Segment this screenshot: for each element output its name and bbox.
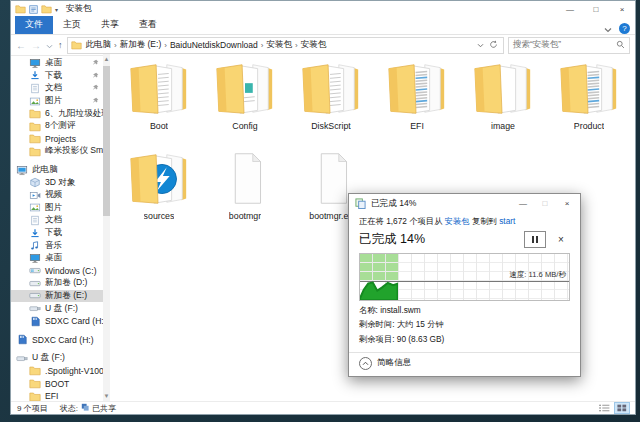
dialog-minimize-button[interactable]: — (512, 194, 534, 213)
breadcrumb-item[interactable]: BaiduNetdiskDownload (169, 40, 259, 50)
refresh-icon[interactable] (489, 40, 498, 51)
icons-view-icon[interactable] (615, 403, 629, 413)
cancel-copy-icon[interactable]: × (552, 234, 570, 245)
expand-ribbon-icon[interactable] (604, 19, 612, 37)
ribbon-tab-共享[interactable]: 共享 (91, 16, 129, 34)
sidebar-item-图片[interactable]: 图片 (11, 202, 110, 215)
copy-prefix: 正在将 1,672 个项目从 (359, 216, 445, 226)
sidebar-item-音乐[interactable]: 音乐 (11, 239, 110, 252)
close-button[interactable]: × (609, 1, 635, 17)
scroll-down-icon[interactable]: ▼ (103, 391, 110, 401)
scrollbar-thumb[interactable] (103, 66, 110, 216)
quick-access-toolbar: ▾ 安装包 (11, 3, 92, 15)
sidebar-item-3D 对象[interactable]: 3D 对象 (11, 176, 110, 189)
copy-middle: 复制到 (470, 216, 500, 226)
qat-properties-icon[interactable] (29, 5, 38, 14)
file-item-image[interactable]: image (460, 60, 546, 150)
breadcrumb-item[interactable]: 安装包 (300, 39, 328, 51)
sidebar-item-SDXC Card (H:)[interactable]: SDXC Card (H:) (11, 315, 110, 328)
address-dropdown-icon[interactable] (477, 40, 484, 50)
music-icon (29, 240, 41, 251)
sidebar-item-EFI[interactable]: EFI (11, 390, 110, 401)
sidebar-item-视频[interactable]: 视频 (11, 189, 110, 202)
sidebar-item-图片[interactable]: 图片 (11, 95, 110, 108)
search-input[interactable]: 搜索“安装包” (508, 37, 630, 54)
recent-locations-icon[interactable] (46, 40, 53, 51)
details-view-icon[interactable] (597, 403, 611, 413)
file-item-Config[interactable]: Config (202, 60, 288, 150)
sidebar-scrollbar[interactable]: ▲ ▼ (103, 54, 110, 401)
sidebar-item-Projects[interactable]: Projects (11, 133, 110, 146)
document-icon (29, 83, 41, 94)
sidebar-item-label: 文档 (45, 82, 62, 94)
desktop-background: ▾ 安装包 — □ × 文件主页共享查看 ? ← → ↑ (0, 0, 640, 422)
sidebar-item-U 盘 (F:)[interactable]: U 盘 (F:) (11, 302, 110, 315)
file-item-sources[interactable]: sources (116, 150, 202, 240)
explorer-app-icon[interactable] (15, 4, 26, 14)
folder-icon (29, 108, 41, 119)
qat-new-folder-icon[interactable] (41, 4, 52, 14)
breadcrumb-item[interactable]: 此电脑 (85, 39, 113, 51)
usb-icon (16, 353, 28, 364)
sidebar-item-8个测评[interactable]: 8个测评 (11, 120, 110, 133)
sidebar-item-.Spotlight-V100[interactable]: .Spotlight-V100 (11, 365, 110, 378)
download-icon (29, 70, 41, 81)
scroll-up-icon[interactable]: ▲ (103, 54, 110, 64)
threed-icon (29, 177, 41, 188)
sidebar-item-U 盘 (F:)[interactable]: U 盘 (F:) (11, 352, 110, 365)
ribbon-tab-查看[interactable]: 查看 (129, 16, 167, 34)
pc-icon (16, 165, 28, 176)
breadcrumb-separator: › (259, 41, 266, 50)
ribbon-tab-row: 文件主页共享查看 ? (11, 17, 635, 35)
copy-target-link[interactable]: start (499, 216, 515, 226)
help-icon[interactable]: ? (619, 23, 630, 34)
ribbon-tab-主页[interactable]: 主页 (53, 16, 91, 34)
forward-button[interactable]: → (31, 40, 41, 51)
fewer-details-toggle[interactable]: 简略信息 (349, 352, 580, 376)
folder-icon (126, 150, 192, 208)
sidebar-item-新加卷 (E:)[interactable]: 新加卷 (E:) (11, 290, 110, 303)
file-item-DiskScript[interactable]: DiskScript (288, 60, 374, 150)
sidebar-item-下载[interactable]: 下载 (11, 227, 110, 240)
file-item-Product[interactable]: Product (546, 60, 632, 150)
ribbon-tabs: 文件主页共享查看 (11, 16, 167, 34)
search-icon[interactable] (616, 40, 625, 51)
sidebar-item-此电脑[interactable]: 此电脑 (11, 164, 110, 177)
ribbon-right-controls: ? (604, 19, 630, 37)
pin-icon (92, 58, 99, 68)
sidebar-item-峰米投影仪 Sma[interactable]: 峰米投影仪 Sma (11, 145, 110, 158)
ribbon-tab-文件[interactable]: 文件 (15, 16, 53, 34)
sidebar-item-6、九阳垃圾处理[interactable]: 6、九阳垃圾处理 (11, 107, 110, 120)
sidebar-item-桌面[interactable]: 桌面 (11, 252, 110, 265)
sidebar-item-label: 图片 (45, 202, 62, 214)
file-item-EFI[interactable]: EFI (374, 60, 460, 150)
dialog-close-button[interactable]: × (556, 194, 578, 213)
breadcrumb[interactable]: 此电脑›新加卷 (E:)›BaiduNetdiskDownload›安装包›安装… (67, 37, 505, 54)
sidebar-item-BOOT[interactable]: BOOT (11, 377, 110, 390)
sidebar-item-文档[interactable]: 文档 (11, 214, 110, 227)
breadcrumb-item[interactable]: 新加卷 (E:) (119, 39, 163, 51)
file-item-label: Product (574, 121, 604, 131)
folder-icon (29, 378, 41, 389)
file-item-Boot[interactable]: Boot (116, 60, 202, 150)
qat-caret-icon[interactable]: ▾ (55, 6, 58, 13)
sidebar-item-新加卷 (D:)[interactable]: 新加卷 (D:) (11, 277, 110, 290)
sidebar-item-Windows (C:)[interactable]: Windows (C:) (11, 265, 110, 278)
breadcrumb-item[interactable]: 安装包 (265, 39, 293, 51)
minimize-button[interactable]: — (557, 1, 583, 17)
pause-button[interactable] (524, 231, 546, 248)
maximize-button[interactable]: □ (583, 1, 609, 17)
up-button[interactable]: ↑ (58, 40, 63, 50)
sidebar-item-label: 6、九阳垃圾处理 (45, 108, 110, 120)
sidebar-item-桌面[interactable]: 桌面 (11, 57, 110, 70)
file-item-label: bootmgr (229, 211, 261, 221)
shared-label: 已共享 (92, 403, 116, 414)
file-item-bootmgr[interactable]: bootmgr (202, 150, 288, 240)
copy-source-link[interactable]: 安装包 (445, 216, 470, 226)
sidebar-item-下载[interactable]: 下载 (11, 70, 110, 83)
folder-icon (298, 60, 364, 118)
sidebar-item-文档[interactable]: 文档 (11, 82, 110, 95)
back-button[interactable]: ← (16, 40, 26, 51)
sidebar-item-SDXC Card (H:)[interactable]: SDXC Card (H:) (11, 333, 110, 346)
download-icon (29, 228, 41, 239)
